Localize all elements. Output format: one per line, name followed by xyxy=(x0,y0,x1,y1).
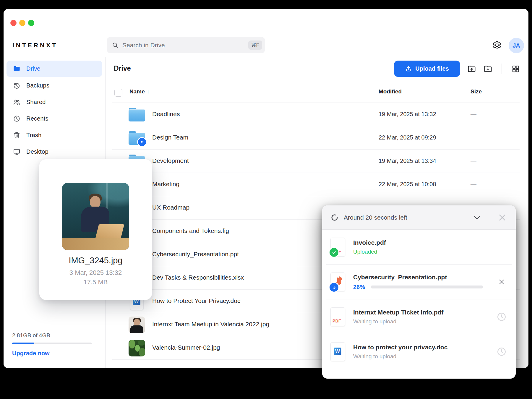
close-window-button[interactable] xyxy=(10,20,17,26)
upgrade-now-link[interactable]: Upgrade now xyxy=(12,350,95,357)
word-file-icon: W xyxy=(330,342,345,361)
file-icon-cell xyxy=(128,340,145,356)
upload-item-name: Cybersecurity_Presentation.ppt xyxy=(353,274,493,281)
upload-item-name: Invoice.pdf xyxy=(353,239,493,246)
powerpoint-file-icon xyxy=(330,273,345,291)
upload-item: PDFInternxt Meetup Ticket Info.pdfWaitin… xyxy=(322,299,516,334)
avatar[interactable]: JA xyxy=(509,38,524,53)
column-header-size[interactable]: Size xyxy=(471,88,482,95)
file-name: Cybersecurity_Presentation.ppt xyxy=(152,251,239,258)
upload-panel-header: Around 20 seconds left xyxy=(322,205,516,230)
file-name: Development xyxy=(152,157,189,164)
file-name: Valencia-Summer-02.jpg xyxy=(152,344,220,351)
folder-icon xyxy=(129,108,145,121)
storage-widget: 2.81GB of 4GB Upgrade now xyxy=(12,332,95,357)
sidebar-item-desktop[interactable]: Desktop xyxy=(7,143,102,160)
file-modified: 22 Mar, 2025 at 09:29 xyxy=(379,134,436,141)
window-controls xyxy=(10,20,34,26)
storage-progress-bar xyxy=(12,343,92,344)
upload-progress: 26% xyxy=(353,284,493,291)
file-name: UX Roadmap xyxy=(152,204,189,211)
upload-item-status: Waiting to upload xyxy=(353,318,493,325)
upload-progress-bar xyxy=(371,286,483,288)
upload-item: PDFInvoice.pdfUploaded xyxy=(322,230,516,265)
file-size: — xyxy=(471,181,476,188)
file-name: Internxt Team Meetup in Valencia 2022.jp… xyxy=(152,321,269,328)
upload-item-status: Waiting to upload xyxy=(353,353,493,360)
sidebar-item-label: Trash xyxy=(26,132,41,139)
people-icon xyxy=(13,98,21,106)
pdf-file-icon: PDF xyxy=(330,238,345,257)
folder-filled-icon xyxy=(13,65,21,73)
upload-item-name: Internxt Meetup Ticket Info.pdf xyxy=(353,309,493,316)
upload-items-list: PDFInvoice.pdfUploadedCybersecurity_Pres… xyxy=(322,230,516,379)
file-icon-cell xyxy=(128,106,145,123)
column-header-name[interactable]: Name↑ xyxy=(129,88,150,95)
sidebar-item-label: Recents xyxy=(26,115,48,122)
photo-thumbnail xyxy=(129,340,145,356)
storage-usage-label: 2.81GB of 4GB xyxy=(12,332,95,339)
sidebar-item-label: Shared xyxy=(26,99,46,106)
settings-gear-button[interactable] xyxy=(490,39,503,52)
sidebar-item-shared[interactable]: Shared xyxy=(7,94,102,110)
history-icon xyxy=(13,82,21,90)
clock-icon xyxy=(13,115,21,123)
search-input[interactable]: Search in Drive ⌘F xyxy=(107,37,265,53)
file-size: — xyxy=(471,134,476,141)
upload-time-remaining: Around 20 seconds left xyxy=(344,214,472,221)
search-icon xyxy=(112,42,119,48)
uploaded-check-badge-icon xyxy=(329,247,339,258)
close-panel-icon[interactable] xyxy=(497,213,507,222)
sidebar-item-trash[interactable]: Trash xyxy=(7,127,102,143)
spinner-icon xyxy=(330,213,339,222)
upload-progress-panel: Around 20 seconds left PDFInvoice.pdfUpl… xyxy=(322,205,516,379)
upload-item-name: How to protect your privacy.doc xyxy=(353,344,493,351)
photo-thumbnail xyxy=(129,317,145,333)
upload-percent-label: 26% xyxy=(353,284,368,291)
top-bar: INTERNXT Search in Drive ⌘F JA xyxy=(4,9,528,57)
table-row[interactable]: Marketing22 Mar, 2025 at 10:08— xyxy=(106,173,528,196)
table-row[interactable]: Design Team22 Mar, 2025 at 09:29— xyxy=(106,126,528,150)
pdf-file-icon: PDF xyxy=(330,307,345,326)
upload-item-spacer xyxy=(496,242,507,252)
file-name: Design Team xyxy=(152,134,188,141)
upload-item: Cybersecurity_Presentation.ppt26% xyxy=(322,265,516,299)
screenshot-canvas: { "brand": {"logo": "INTERNXT", "avatar_… xyxy=(0,0,532,399)
desktop-icon xyxy=(13,148,21,156)
select-all-checkbox[interactable] xyxy=(114,89,122,97)
table-row[interactable]: Deadlines19 Mar, 2025 at 13:32— xyxy=(106,103,528,126)
file-name: Deadlines xyxy=(152,111,180,118)
preview-image xyxy=(62,183,129,250)
file-icon-cell xyxy=(128,316,145,333)
sidebar-item-backups[interactable]: Backups xyxy=(7,77,102,94)
file-icon-cell xyxy=(128,129,145,146)
zoom-window-button[interactable] xyxy=(28,20,34,26)
upload-item-status: Uploaded xyxy=(353,249,493,255)
collapse-panel-chevron-down-icon[interactable] xyxy=(472,213,482,222)
shared-folder-icon xyxy=(129,131,145,145)
sort-arrow-icon: ↑ xyxy=(147,89,150,95)
file-size: — xyxy=(471,111,476,118)
file-modified: 22 Mar, 2025 at 10:08 xyxy=(379,181,436,188)
internxt-logo: INTERNXT xyxy=(12,42,58,49)
sidebar-item-recents[interactable]: Recents xyxy=(7,110,102,127)
upload-item: WHow to protect your privacy.docWaiting … xyxy=(322,334,516,369)
preview-size: 17.5 MB xyxy=(39,278,152,286)
file-size: — xyxy=(471,158,476,164)
uploading-arrow-badge-icon xyxy=(329,282,339,293)
preview-filename: IMG_3245.jpg xyxy=(39,256,152,265)
sidebar-item-drive[interactable]: Drive xyxy=(7,61,102,77)
waiting-clock-icon xyxy=(496,312,507,322)
minimize-window-button[interactable] xyxy=(19,20,25,26)
table-header: Name↑ Modified Size xyxy=(106,57,528,103)
search-shortcut-badge: ⌘F xyxy=(248,40,262,50)
sidebar-item-label: Desktop xyxy=(26,148,48,155)
search-placeholder: Search in Drive xyxy=(122,42,248,49)
column-header-modified[interactable]: Modified xyxy=(379,88,402,95)
file-preview-card[interactable]: IMG_3245.jpg 3 Mar, 2025 13:32 17.5 MB xyxy=(39,159,152,300)
file-name: Marketing xyxy=(152,181,179,188)
file-name: How to Protect Your Privacy.doc xyxy=(152,297,240,304)
table-row[interactable]: Development19 Mar, 2025 at 13:34— xyxy=(106,150,528,173)
preview-date: 3 Mar, 2025 13:32 xyxy=(39,269,152,277)
cancel-upload-icon[interactable] xyxy=(496,277,507,287)
